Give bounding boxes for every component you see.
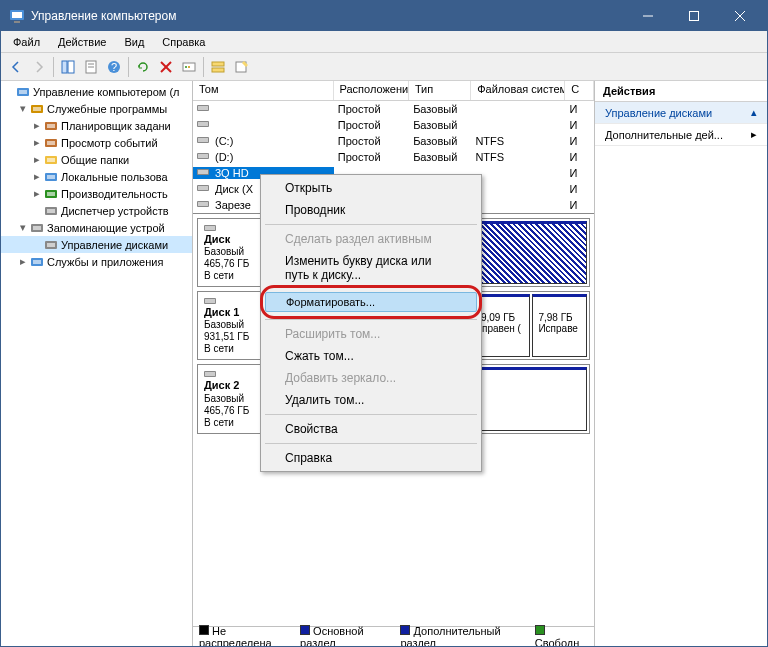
- perf-icon: [43, 186, 59, 202]
- volume-icon: [197, 119, 211, 131]
- tree-twisty[interactable]: ▾: [17, 102, 29, 115]
- help-button[interactable]: ?: [103, 56, 125, 78]
- delete-button[interactable]: [155, 56, 177, 78]
- show-hide-tree-button[interactable]: [57, 56, 79, 78]
- column-header[interactable]: С: [565, 81, 594, 100]
- tree-label: Общие папки: [61, 154, 129, 166]
- menu-file[interactable]: Файл: [5, 34, 48, 50]
- titlebar[interactable]: Управление компьютером: [1, 1, 767, 31]
- nav-back-button[interactable]: [5, 56, 27, 78]
- new-button[interactable]: [230, 56, 252, 78]
- legend-item: Не распределена: [199, 625, 294, 647]
- svg-rect-51: [198, 154, 208, 158]
- svg-rect-39: [33, 226, 41, 230]
- tree-twisty[interactable]: ▾: [17, 221, 29, 234]
- tree-node[interactable]: ▸Локальные пользова: [1, 168, 192, 185]
- column-header[interactable]: Тип: [409, 81, 471, 100]
- minimize-button[interactable]: [625, 1, 671, 31]
- tree-twisty[interactable]: ▸: [31, 170, 43, 183]
- svg-rect-59: [205, 226, 215, 230]
- context-menu: Открыть Проводник Сделать раздел активны…: [260, 174, 482, 472]
- svg-rect-57: [198, 202, 208, 206]
- menu-help[interactable]: Справка: [154, 34, 213, 50]
- column-header[interactable]: Расположение: [334, 81, 409, 100]
- tree-node[interactable]: ▸Планировщик задани: [1, 117, 192, 134]
- tree-label: Планировщик задани: [61, 120, 171, 132]
- tree-twisty[interactable]: ▸: [31, 119, 43, 132]
- disk-icon: [204, 369, 267, 379]
- volume-row[interactable]: ПростойБазовыйИ: [193, 117, 594, 133]
- app-icon: [9, 8, 25, 24]
- refresh-button[interactable]: [132, 56, 154, 78]
- tree-label: Просмотр событий: [61, 137, 158, 149]
- ctx-change-letter[interactable]: Изменить букву диска или путь к диску...: [263, 250, 479, 286]
- actions-more[interactable]: Дополнительные дей... ▸: [595, 124, 767, 146]
- tree-node[interactable]: ▾Служебные программы: [1, 100, 192, 117]
- actions-header: Действия: [595, 81, 767, 102]
- svg-rect-1: [12, 12, 22, 18]
- tree-label: Локальные пользова: [61, 171, 168, 183]
- ctx-explorer[interactable]: Проводник: [263, 199, 479, 221]
- volume-row[interactable]: ПростойБазовыйИ: [193, 101, 594, 117]
- volume-icon: [197, 199, 211, 211]
- tree-node[interactable]: Управление дисками: [1, 236, 192, 253]
- ctx-shrink[interactable]: Сжать том...: [263, 345, 479, 367]
- column-header[interactable]: Файловая система: [471, 81, 565, 100]
- tree-node[interactable]: Управление компьютером (л: [1, 83, 192, 100]
- tree-node[interactable]: Диспетчер устройств: [1, 202, 192, 219]
- svg-rect-23: [19, 90, 27, 94]
- menu-action[interactable]: Действие: [50, 34, 114, 50]
- tree-label: Служебные программы: [47, 103, 167, 115]
- nav-fwd-button[interactable]: [28, 56, 50, 78]
- column-header[interactable]: Том: [193, 81, 334, 100]
- disk-list-button[interactable]: [207, 56, 229, 78]
- tree-twisty[interactable]: ▸: [31, 136, 43, 149]
- disk-icon: [204, 223, 267, 233]
- tree-node[interactable]: ▸Общие папки: [1, 151, 192, 168]
- computer-icon: [15, 84, 31, 100]
- tree-node[interactable]: ▾Запоминающие устрой: [1, 219, 192, 236]
- svg-rect-2: [14, 21, 20, 23]
- window-title: Управление компьютером: [31, 9, 625, 23]
- tree-node[interactable]: ▸Просмотр событий: [1, 134, 192, 151]
- ctx-format[interactable]: Форматировать...: [263, 288, 479, 316]
- ctx-delete[interactable]: Удалить том...: [263, 389, 479, 411]
- event-icon: [43, 135, 59, 151]
- tree-node[interactable]: ▸Производительность: [1, 185, 192, 202]
- volume-icon: [197, 103, 211, 115]
- ctx-help[interactable]: Справка: [263, 447, 479, 469]
- tree-pane[interactable]: Управление компьютером (л▾Служебные прог…: [1, 81, 193, 646]
- volume-icon: [197, 183, 211, 195]
- tree-node[interactable]: ▸Службы и приложения: [1, 253, 192, 270]
- svg-rect-35: [47, 192, 55, 196]
- tree-label: Производительность: [61, 188, 168, 200]
- maximize-button[interactable]: [671, 1, 717, 31]
- settings-button[interactable]: [178, 56, 200, 78]
- volume-header: ТомРасположениеТипФайловая системаС: [193, 81, 594, 101]
- actions-main[interactable]: Управление дисками ▴: [595, 102, 767, 124]
- svg-rect-29: [47, 141, 55, 145]
- svg-point-17: [185, 66, 187, 68]
- disk-icon: [204, 296, 267, 306]
- partition[interactable]: 7,98 ГБИсправе: [532, 294, 587, 357]
- svg-rect-49: [198, 138, 208, 142]
- svg-point-18: [188, 66, 190, 68]
- svg-rect-7: [62, 61, 67, 73]
- menu-view[interactable]: Вид: [116, 34, 152, 50]
- toolbar: ?: [1, 53, 767, 81]
- svg-rect-8: [68, 61, 74, 73]
- volume-row[interactable]: (C:)ПростойБазовыйNTFSИ: [193, 133, 594, 149]
- tree-twisty[interactable]: ▸: [31, 153, 43, 166]
- tree-twisty[interactable]: ▸: [31, 187, 43, 200]
- tree-twisty[interactable]: ▸: [17, 255, 29, 268]
- volume-row[interactable]: (D:)ПростойБазовыйNTFSИ: [193, 149, 594, 165]
- legend: Не распределена Основной раздел Дополнит…: [193, 626, 594, 646]
- devmgr-icon: [43, 203, 59, 219]
- actions-pane: Действия Управление дисками ▴ Дополнител…: [595, 81, 767, 646]
- ctx-props[interactable]: Свойства: [263, 418, 479, 440]
- properties-button[interactable]: [80, 56, 102, 78]
- ctx-open[interactable]: Открыть: [263, 177, 479, 199]
- close-button[interactable]: [717, 1, 763, 31]
- ctx-active: Сделать раздел активным: [263, 228, 479, 250]
- volume-icon: [197, 151, 211, 163]
